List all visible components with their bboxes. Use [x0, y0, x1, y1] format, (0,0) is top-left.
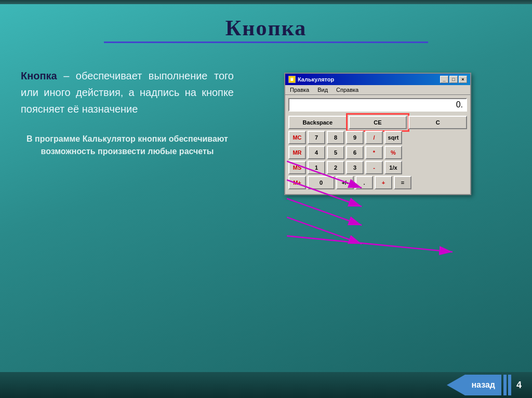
- minus-button[interactable]: -: [365, 161, 383, 174]
- mplus-button[interactable]: M+: [288, 176, 306, 189]
- calc-row-1: Backspace CE C: [288, 116, 467, 129]
- decimal-button[interactable]: .: [355, 176, 373, 189]
- sub-paragraph: В программе Калькулятор кнопки обеспечив…: [21, 133, 234, 158]
- plusminus-button[interactable]: +/-: [336, 176, 354, 189]
- calc-row-5: M+ 0 +/- . + =: [288, 176, 467, 189]
- menu-vid[interactable]: Вид: [316, 86, 329, 93]
- menu-spravka[interactable]: Справка: [335, 86, 360, 93]
- mr-button[interactable]: MR: [288, 146, 306, 159]
- divide-button[interactable]: /: [365, 131, 383, 144]
- title-underline: [104, 42, 428, 43]
- bold-word: Кнопка: [21, 70, 57, 81]
- c-button[interactable]: C: [408, 116, 467, 129]
- equals-button[interactable]: =: [394, 176, 411, 189]
- calc-title: Калькулятор: [298, 76, 334, 83]
- percent-button[interactable]: %: [384, 146, 402, 159]
- btn-4[interactable]: 4: [308, 146, 325, 159]
- calc-menubar: Правка Вид Справка: [285, 85, 470, 95]
- svg-line-4: [287, 217, 362, 244]
- ce-button[interactable]: CE: [349, 116, 407, 129]
- btn-6[interactable]: 6: [346, 146, 364, 159]
- close-button[interactable]: ×: [459, 76, 467, 83]
- page-title: Кнопка: [0, 16, 532, 40]
- minimize-button[interactable]: _: [440, 76, 448, 83]
- back-arrow-icon: [447, 375, 465, 395]
- ms-button[interactable]: MS: [288, 161, 306, 174]
- btn-0[interactable]: 0: [308, 176, 335, 189]
- calculator-window: 🖩 Калькулятор _ □ × Правка Вид Справка 0…: [284, 73, 471, 195]
- calc-display: 0.: [288, 98, 467, 112]
- calc-row-3: MR 4 5 6 * %: [288, 146, 467, 159]
- plus-button[interactable]: +: [375, 176, 392, 189]
- btn-9[interactable]: 9: [346, 131, 364, 144]
- btn-7[interactable]: 7: [308, 131, 325, 144]
- calc-row-4: MS 1 2 3 - 1/x: [288, 161, 467, 174]
- back-button[interactable]: назад: [447, 375, 511, 395]
- reciprocal-button[interactable]: 1/x: [384, 161, 402, 174]
- calc-buttons: Backspace CE C MC 7 8 9 / sqrt MR 4: [285, 114, 470, 194]
- divider-1: [503, 375, 507, 395]
- backspace-button[interactable]: Backspace: [288, 116, 347, 129]
- text-panel: Кнопка – обеспечивает выполнение того ил…: [21, 67, 244, 362]
- page-number: 4: [516, 380, 522, 391]
- divider-2: [508, 375, 511, 395]
- menu-pravka[interactable]: Правка: [288, 86, 311, 93]
- bottom-bar: назад 4: [0, 372, 532, 398]
- calc-titlebar-left: 🖩 Калькулятор: [288, 76, 334, 83]
- btn-2[interactable]: 2: [327, 161, 344, 174]
- back-label[interactable]: назад: [465, 375, 501, 395]
- sqrt-button[interactable]: sqrt: [384, 131, 402, 144]
- btn-1[interactable]: 1: [308, 161, 325, 174]
- calc-titlebar: 🖩 Калькулятор _ □ ×: [285, 74, 470, 85]
- calc-row-2: MC 7 8 9 / sqrt: [288, 131, 467, 144]
- top-decorative-bar: [0, 0, 532, 4]
- main-paragraph: Кнопка – обеспечивает выполнение того ил…: [21, 67, 234, 117]
- main-content: Кнопка – обеспечивает выполнение того ил…: [0, 57, 532, 372]
- title-area: Кнопка: [0, 10, 532, 46]
- svg-line-3: [287, 199, 362, 225]
- calc-app-icon: 🖩: [288, 76, 296, 83]
- maximize-button[interactable]: □: [449, 76, 458, 83]
- mc-button[interactable]: MC: [288, 131, 306, 144]
- btn-3[interactable]: 3: [346, 161, 364, 174]
- calc-window-controls: _ □ ×: [440, 76, 467, 83]
- multiply-button[interactable]: *: [365, 146, 383, 159]
- btn-5[interactable]: 5: [327, 146, 344, 159]
- right-panel: 🖩 Калькулятор _ □ × Правка Вид Справка 0…: [244, 67, 511, 362]
- svg-line-5: [287, 236, 453, 252]
- btn-8[interactable]: 8: [327, 131, 344, 144]
- back-dividers: [503, 375, 511, 395]
